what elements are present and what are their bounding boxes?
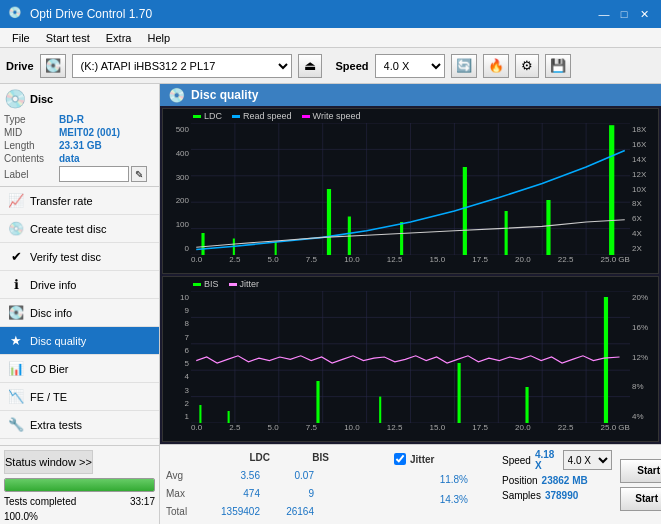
status-completed: Tests completed <box>4 496 76 507</box>
svg-rect-23 <box>546 200 550 255</box>
status-window-button[interactable]: Status window >> <box>4 450 93 474</box>
refresh-button[interactable]: 🔄 <box>451 54 477 78</box>
progress-container <box>4 478 155 492</box>
menu-help[interactable]: Help <box>139 30 178 46</box>
nav-items: 📈 Transfer rate 💿 Create test disc ✔ Ver… <box>0 187 159 445</box>
chart2-y-right: 20% 16% 12% 8% 4% <box>630 291 658 423</box>
chart1-legend: LDC Read speed Write speed <box>193 111 360 121</box>
sidebar-item-drive-info[interactable]: ℹ Drive info <box>0 271 159 299</box>
speed-select[interactable]: 4.0 X <box>375 54 445 78</box>
label-input[interactable] <box>59 166 129 182</box>
drive-icon-btn[interactable]: 💽 <box>40 54 66 78</box>
speed-field-value: 4.18 X <box>535 449 559 471</box>
jitter-checkbox[interactable] <box>394 453 406 465</box>
maximize-button[interactable]: □ <box>615 5 633 23</box>
y1-label-100: 100 <box>163 220 191 229</box>
drive-info-label: Drive info <box>30 279 76 291</box>
samples-label: Samples <box>502 490 541 501</box>
stats-max-label: Max <box>166 488 196 499</box>
length-label: Length <box>4 140 59 151</box>
eject-button[interactable]: ⏏ <box>298 54 322 78</box>
y2-8: 8 <box>163 319 191 328</box>
verify-test-disc-icon: ✔ <box>8 249 24 264</box>
disc-quality-header-icon: 💿 <box>168 87 185 103</box>
y2-9: 9 <box>163 306 191 315</box>
y1-label-200: 200 <box>163 196 191 205</box>
x2-0: 0.0 <box>191 423 202 432</box>
jitter-avg-row: 11.8% <box>394 469 494 489</box>
close-button[interactable]: ✕ <box>635 5 653 23</box>
disc-panel-icon: 💿 <box>4 88 26 110</box>
label-edit-button[interactable]: ✎ <box>131 166 147 182</box>
x2-75: 7.5 <box>306 423 317 432</box>
samples-row: Samples 378990 <box>502 490 612 501</box>
cd-bier-icon: 📊 <box>8 361 24 376</box>
sidebar-item-fe-te[interactable]: 📉 FE / TE <box>0 383 159 411</box>
status-bar-left: Status window >> Tests completed 33:17 1… <box>0 445 159 524</box>
svg-rect-17 <box>275 242 277 255</box>
chart2-y-left: 10 9 8 7 6 5 4 3 2 1 <box>163 291 191 423</box>
sidebar-item-extra-tests[interactable]: 🔧 Extra tests <box>0 411 159 439</box>
drive-info-icon: ℹ <box>8 277 24 292</box>
x2-225: 22.5 <box>558 423 574 432</box>
svg-rect-46 <box>604 297 608 423</box>
disc-panel-title: Disc <box>30 93 53 105</box>
svg-rect-41 <box>228 411 230 423</box>
x2-125: 12.5 <box>387 423 403 432</box>
drive-label: Drive <box>6 60 34 72</box>
chart1-x-axis: 0.0 2.5 5.0 7.5 10.0 12.5 15.0 17.5 20.0… <box>191 255 630 273</box>
settings-button[interactable]: ⚙ <box>515 54 539 78</box>
burn-button[interactable]: 🔥 <box>483 54 509 78</box>
chart1-svg <box>191 123 630 255</box>
sidebar-item-cd-bier[interactable]: 📊 CD Bier <box>0 355 159 383</box>
menu-file[interactable]: File <box>4 30 38 46</box>
status-text: Tests completed 33:17 <box>0 494 159 509</box>
x1-250: 25.0 GB <box>601 255 630 264</box>
speed-label: Speed <box>336 60 369 72</box>
menu-extra[interactable]: Extra <box>98 30 140 46</box>
toolbar: Drive 💽 (K:) ATAPI iHBS312 2 PL17 ⏏ Spee… <box>0 48 661 84</box>
x2-50: 5.0 <box>268 423 279 432</box>
bis-legend-dot <box>193 283 201 286</box>
sidebar-item-verify-test-disc[interactable]: ✔ Verify test disc <box>0 243 159 271</box>
x1-150: 15.0 <box>430 255 446 264</box>
length-value: 23.31 GB <box>59 140 102 151</box>
stats-col-bis: BIS <box>274 452 329 463</box>
start-full-button[interactable]: Start full <box>620 459 661 483</box>
sidebar-item-disc-info[interactable]: 💽 Disc info <box>0 299 159 327</box>
sidebar-item-create-test-disc[interactable]: 💿 Create test disc <box>0 215 159 243</box>
mid-value: MEIT02 (001) <box>59 127 120 138</box>
status-time: 33:17 <box>130 496 155 507</box>
x2-25: 2.5 <box>229 423 240 432</box>
y1r-2x: 2X <box>630 244 658 253</box>
chart1-y-right: 18X 16X 14X 12X 10X 8X 6X 4X 2X <box>630 123 658 255</box>
sidebar-item-disc-quality[interactable]: ★ Disc quality <box>0 327 159 355</box>
write-speed-legend-label: Write speed <box>313 111 361 121</box>
x2-250: 25.0 GB <box>601 423 630 432</box>
drive-select[interactable]: (K:) ATAPI iHBS312 2 PL17 <box>72 54 292 78</box>
svg-rect-20 <box>400 222 403 255</box>
stats-total-ldc: 1359402 <box>200 506 260 517</box>
disc-quality-header: 💿 Disc quality <box>160 84 661 106</box>
speed-dropdown[interactable]: 4.0 X <box>563 450 612 470</box>
y1r-10x: 10X <box>630 185 658 194</box>
sidebar-item-transfer-rate[interactable]: 📈 Transfer rate <box>0 187 159 215</box>
jitter-legend-dot <box>229 283 237 286</box>
type-label: Type <box>4 114 59 125</box>
stats-avg-ldc: 3.56 <box>200 470 260 481</box>
progress-bar-fill <box>5 479 154 491</box>
progress-bar-bg <box>4 478 155 492</box>
stats-total-label: Total <box>166 506 196 517</box>
chart2-svg <box>191 291 630 423</box>
save-button[interactable]: 💾 <box>545 54 571 78</box>
svg-rect-24 <box>609 125 614 255</box>
speed-position-section: Speed 4.18 X 4.0 X Position 23862 MB Sam… <box>502 449 612 520</box>
stats-col-ldc: LDC <box>200 452 270 463</box>
type-value: BD-R <box>59 114 84 125</box>
speed-row: Speed 4.18 X 4.0 X <box>502 449 612 471</box>
minimize-button[interactable]: — <box>595 5 613 23</box>
verify-test-disc-label: Verify test disc <box>30 251 101 263</box>
menu-start-test[interactable]: Start test <box>38 30 98 46</box>
start-part-button[interactable]: Start part <box>620 487 661 511</box>
legend-read-speed: Read speed <box>232 111 292 121</box>
